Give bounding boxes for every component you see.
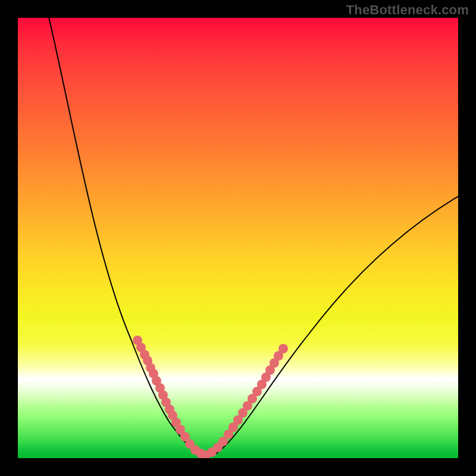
highlight-dot xyxy=(278,344,288,353)
chart-container: TheBottleneck.com xyxy=(0,0,476,476)
plot-area xyxy=(18,18,458,458)
curve-layer xyxy=(18,18,458,458)
watermark-text: TheBottleneck.com xyxy=(346,2,469,18)
